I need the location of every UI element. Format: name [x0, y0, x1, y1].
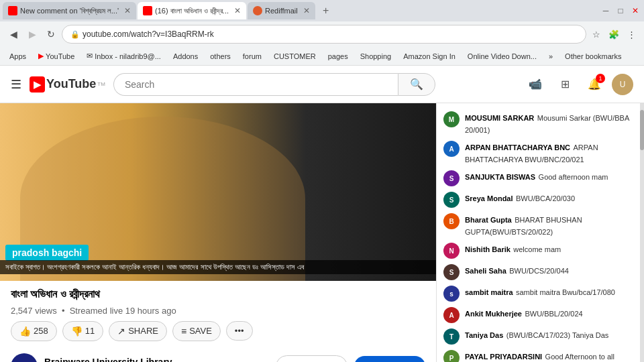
tab-2[interactable]: (16) বাংলা অভিধান ও রবীন্দ্র... ✕ [138, 2, 246, 19]
more-button[interactable]: ••• [226, 321, 253, 341]
tab-1-close[interactable]: ✕ [124, 6, 131, 15]
menu-icon[interactable]: ☰ [11, 77, 21, 92]
bookmark-shopping[interactable]: Shopping [356, 51, 396, 62]
chat-scrollbar[interactable] [640, 103, 644, 362]
url-bar[interactable]: 🔒 youtube.com/watch?v=I3BaqRRM-rk [62, 25, 586, 44]
chat-name-6: Saheli Saha [465, 267, 506, 275]
chat-content-10: PAYAL PRIYADARSINI Good Afternoon to all [465, 350, 633, 362]
tab-3-label: Rediffmail [265, 7, 298, 15]
extensions-icon[interactable]: 🧩 [606, 27, 621, 42]
chat-message-5: N Nishith Barik welcome mam [439, 240, 637, 261]
analytics-button[interactable]: ANALYTICS [276, 355, 347, 362]
chat-sidebar-inner: M MOUSUMI SARKAR Mousumi Sarkar (BWU/BBA… [437, 103, 644, 362]
grid-icon[interactable]: ⊞ [553, 72, 577, 97]
channel-avatar[interactable]: BU [11, 353, 38, 362]
bookmark-others[interactable]: others [206, 51, 235, 62]
bookmark-youtube[interactable]: ▶YouTube [34, 50, 78, 62]
nav-bar: ◀ ▶ ↻ 🔒 youtube.com/watch?v=I3BaqRRM-rk … [0, 21, 644, 47]
nav-icons: ☆ 🧩 ⋮ [589, 27, 639, 42]
like-button[interactable]: 👍 258 [11, 321, 57, 341]
yt-logo-icon: ▶ [30, 76, 45, 93]
chat-avatar-10: P [443, 350, 460, 362]
chat-message-8: A Ankit Mukherjee BWU/BBL/20/024 [439, 304, 637, 326]
bookmark-amazon[interactable]: Amazon Sign In [399, 51, 460, 62]
save-button[interactable]: ≡ SAVE [172, 321, 221, 341]
yt-main: pradosh bagchi সবাইকে স্বাগত। অংশগ্রহণকা… [0, 103, 644, 362]
bookmark-customer[interactable]: CUSTOMER [270, 51, 320, 62]
chat-content-6: Saheli Saha BWU/DCS/20/044 [465, 264, 633, 276]
search-button[interactable]: 🔍 [398, 73, 435, 96]
bookmark-pages[interactable]: pages [324, 51, 352, 62]
chat-name-2: SANJUKTA BISWAS [465, 173, 535, 181]
dislike-button[interactable]: 👎 11 [62, 321, 103, 341]
chat-name-1: ARPAN BHATTACHARYA BNC [465, 143, 570, 152]
bookmark-inbox[interactable]: ✉Inbox - niladrib9@... [83, 50, 165, 62]
chat-name-9: Taniya Das [465, 331, 503, 339]
chat-avatar-7: s [443, 286, 460, 302]
share-button[interactable]: ↗ SHARE [109, 321, 167, 341]
chat-name-0: MOUSUMI SARKAR [465, 114, 534, 122]
chat-msg-8: BWU/BBL/20/024 [525, 310, 582, 318]
header-right: 📹 ⊞ 🔔 1 U [523, 72, 633, 97]
chat-scroll-area[interactable]: M MOUSUMI SARKAR Mousumi Sarkar (BWU/BBA… [437, 103, 640, 362]
yt-logo[interactable]: ▶ YouTubeTM [30, 76, 105, 93]
refresh-button[interactable]: ↻ [43, 26, 59, 42]
chat-name-4: Bharat Gupta [465, 216, 512, 224]
settings-icon[interactable]: ⋮ [624, 27, 639, 42]
chat-msg-2: Good afternoon mam [539, 173, 608, 181]
chat-message-7: s sambit maitra sambit maitra Bwu/bca/17… [439, 283, 637, 304]
bookmark-video-down[interactable]: Online Video Down... [464, 51, 541, 62]
search-input[interactable] [113, 73, 398, 96]
chat-avatar-2: S [443, 170, 460, 186]
chat-msg-6: BWU/DCS/20/044 [509, 267, 569, 275]
more-icon: ••• [235, 326, 244, 336]
forward-button[interactable]: ▶ [24, 26, 40, 42]
minimize-button[interactable]: ─ [600, 5, 612, 17]
tab-3-favicon [253, 6, 262, 15]
bookmark-more[interactable]: » [545, 51, 557, 62]
tab-2-close[interactable]: ✕ [234, 6, 241, 15]
video-section: pradosh bagchi সবাইকে স্বাগত। অংশগ্রহণকা… [0, 103, 436, 362]
tab-3[interactable]: Rediffmail ✕ [248, 2, 315, 19]
like-count: 258 [34, 326, 48, 336]
chat-name-5: Nishith Barik [465, 245, 511, 253]
thumbs-up-icon: 👍 [19, 326, 31, 337]
bell-icon[interactable]: 🔔 1 [582, 72, 606, 97]
chat-content-5: Nishith Barik welcome mam [465, 243, 633, 255]
tab-2-favicon [143, 6, 152, 15]
back-button[interactable]: ◀ [5, 26, 21, 42]
bookmark-other-bookmarks[interactable]: Other bookmarks [561, 51, 625, 62]
save-icon: ≡ [181, 326, 186, 337]
tab-bar: New comment on 'বিশ্বপ্রিয়ম ল...' ✕ (16… [0, 0, 644, 21]
chat-sidebar: M MOUSUMI SARKAR Mousumi Sarkar (BWU/BBA… [436, 103, 644, 362]
bookmark-addons[interactable]: Addons [169, 51, 202, 62]
chat-name-7: sambit maitra [465, 288, 513, 296]
chat-content-3: Sreya Mondal BWU/BCA/20/030 [465, 192, 633, 204]
share-label: SHARE [128, 326, 158, 336]
scrollbar-thumb[interactable] [640, 110, 644, 150]
new-tab-button[interactable]: + [317, 2, 335, 19]
close-button[interactable]: ✕ [629, 5, 641, 17]
chat-msg-9: (BWU/BCA/17/023) Taniya Das [506, 331, 609, 339]
bookmark-icon[interactable]: ☆ [589, 27, 604, 42]
share-icon: ↗ [117, 326, 125, 337]
video-actions: 👍 258 👎 11 ↗ SHARE ≡ SAVE [11, 321, 425, 341]
maximize-button[interactable]: □ [614, 5, 627, 17]
chat-name-3: Sreya Mondal [465, 194, 513, 202]
bookmarks-bar: Apps ▶YouTube ✉Inbox - niladrib9@... Add… [0, 47, 644, 66]
thumbs-down-icon: 👎 [71, 326, 83, 337]
user-avatar[interactable]: U [612, 74, 633, 95]
chat-content-2: SANJUKTA BISWAS Good afternoon mam [465, 170, 633, 182]
video-player[interactable]: pradosh bagchi সবাইকে স্বাগত। অংশগ্রহণকা… [0, 103, 436, 281]
chat-message-6: S Saheli Saha BWU/DCS/20/044 [439, 261, 637, 283]
chat-message-3: S Sreya Mondal BWU/BCA/20/030 [439, 189, 637, 210]
tab-3-close[interactable]: ✕ [303, 6, 310, 15]
bookmark-forum[interactable]: forum [239, 51, 266, 62]
presenter-name-badge: pradosh bagchi [5, 245, 89, 261]
stream-time: Streamed live 19 hours ago [70, 306, 176, 316]
tab-1[interactable]: New comment on 'বিশ্বপ্রিয়ম ল...' ✕ [3, 2, 136, 19]
search-container: 🔍 [113, 73, 435, 96]
video-camera-icon[interactable]: 📹 [523, 72, 547, 97]
edit-video-button[interactable]: EDIT VIDEO [354, 356, 425, 362]
bookmark-apps[interactable]: Apps [5, 51, 30, 62]
